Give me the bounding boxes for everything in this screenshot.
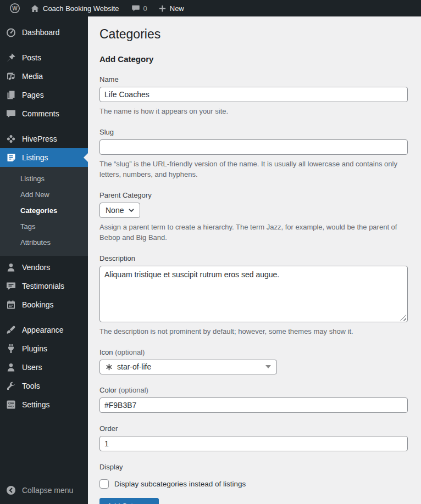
description-help-text: The description is not prominent by defa… (99, 326, 408, 337)
icon-selected-value: star-of-life (117, 362, 151, 371)
admin-menu: Dashboard Posts Media Pages Commen (0, 16, 88, 504)
sidebar-item-label: Settings (22, 400, 50, 409)
parent-category-selected-value: None (106, 206, 124, 215)
sidebar-item-users[interactable]: Users (0, 358, 88, 377)
sidebar-item-label: Media (22, 72, 43, 81)
submenu-item-categories[interactable]: Categories (0, 203, 88, 219)
name-label: Name (99, 75, 408, 83)
slug-help-text: The “slug” is the URL-friendly version o… (99, 159, 408, 180)
sidebar-item-appearance[interactable]: Appearance (0, 321, 88, 339)
description-label: Description (99, 254, 408, 262)
color-input[interactable] (99, 397, 408, 413)
visit-site-link[interactable]: Coach Booking Website (25, 0, 124, 16)
sidebar-item-plugins[interactable]: Plugins (0, 339, 88, 358)
color-optional-hint: (optional) (119, 386, 148, 394)
add-category-heading: Add Category (99, 54, 408, 64)
sidebar-item-bookings[interactable]: Bookings (0, 295, 88, 314)
sidebar-item-tools[interactable]: Tools (0, 377, 88, 395)
sidebar-item-label: Users (22, 363, 42, 372)
icon-label: Icon (optional) (99, 348, 408, 356)
testimonial-bubble-icon (5, 281, 16, 292)
sidebar-item-testimonials[interactable]: Testimonials (0, 277, 88, 295)
listings-submenu: Listings Add New Categories Tags Attribu… (0, 167, 88, 256)
icon-optional-hint: (optional) (115, 348, 145, 356)
comments-admin-bar-item[interactable]: 0 (126, 0, 152, 16)
new-label: New (170, 4, 184, 13)
plugin-icon (5, 343, 16, 354)
sidebar-item-label: Tools (22, 382, 40, 390)
slug-input[interactable] (99, 139, 408, 155)
sidebar-item-media[interactable]: Media (0, 67, 88, 86)
submenu-item-tags[interactable]: Tags (0, 219, 88, 234)
icon-select[interactable]: star-of-life (99, 360, 277, 374)
admin-bar: W Coach Booking Website 0 New (0, 0, 421, 16)
name-input[interactable] (99, 87, 408, 102)
sidebar-item-label: Posts (22, 53, 41, 62)
display-field-group: Display Display subcategories instead of… (99, 463, 408, 489)
media-icon (5, 71, 16, 82)
parent-category-field-group: Parent Category None Assign a parent ter… (99, 191, 408, 243)
sidebar-item-label: Vendors (22, 263, 50, 272)
home-icon (30, 4, 40, 13)
display-subcategories-checkbox-label: Display subcategories instead of listing… (114, 480, 246, 488)
new-content-menu[interactable]: New (153, 0, 189, 16)
parent-category-label: Parent Category (99, 191, 408, 199)
pages-icon (5, 89, 16, 100)
sidebar-item-hivepress[interactable]: HivePress (0, 130, 88, 148)
slug-field-group: Slug The “slug” is the URL-friendly vers… (99, 128, 408, 180)
hivepress-flower-icon (5, 133, 16, 144)
site-name: Coach Booking Website (43, 4, 119, 13)
display-subcategories-checkbox[interactable] (99, 479, 109, 489)
sidebar-item-label: Appearance (22, 326, 64, 334)
menu-separator (0, 42, 88, 48)
sidebar-item-dashboard[interactable]: Dashboard (0, 23, 88, 42)
color-label: Color (optional) (99, 386, 408, 394)
display-label: Display (99, 463, 408, 471)
submenu-item-listings[interactable]: Listings (0, 171, 88, 187)
sidebar-item-label: Bookings (22, 300, 54, 309)
order-input[interactable] (99, 436, 408, 451)
vendor-person-icon (5, 262, 16, 273)
main-content: Categories Add Category Name The name is… (88, 16, 421, 504)
wrench-icon (5, 380, 16, 391)
sidebar-item-vendors[interactable]: Vendors (0, 258, 88, 277)
active-item-arrow (84, 153, 88, 162)
wordpress-logo-icon: W (9, 3, 20, 14)
wordpress-logo-menu[interactable]: W (4, 0, 25, 16)
sidebar-item-label: HivePress (22, 135, 57, 143)
slug-label: Slug (99, 128, 408, 136)
sidebar-item-label: Pages (22, 91, 44, 99)
collapse-menu-button[interactable]: Collapse menu (0, 481, 88, 500)
sidebar-item-label: Dashboard (22, 28, 60, 37)
submenu-item-attributes[interactable]: Attributes (0, 234, 88, 250)
calendar-icon (5, 299, 16, 310)
parent-category-select[interactable]: None (99, 203, 140, 218)
pushpin-icon (5, 52, 16, 63)
sidebar-item-listings[interactable]: Listings (0, 148, 88, 167)
color-field-group: Color (optional) (99, 386, 408, 413)
submenu-item-add-new[interactable]: Add New (0, 187, 88, 203)
plus-icon (158, 4, 167, 13)
dashboard-gauge-icon (5, 27, 16, 38)
star-of-life-icon (106, 363, 113, 371)
name-field-group: Name The name is how it appears on your … (99, 75, 408, 116)
menu-separator (0, 314, 88, 321)
user-icon (5, 362, 16, 373)
display-subcategories-option: Display subcategories instead of listing… (99, 479, 408, 489)
description-textarea[interactable]: Aliquam tristique et suscipit rutrum ero… (99, 266, 408, 322)
sidebar-item-posts[interactable]: Posts (0, 48, 88, 67)
order-label: Order (99, 424, 408, 433)
sidebar-item-settings[interactable]: Settings (0, 395, 88, 414)
menu-separator (0, 123, 88, 130)
description-field-group: Description Aliquam tristique et suscipi… (99, 254, 408, 337)
order-field-group: Order (99, 424, 408, 451)
sidebar-item-label: Comments (22, 109, 59, 118)
sidebar-item-comments[interactable]: Comments (0, 104, 88, 123)
comments-icon (5, 108, 16, 119)
add-category-button[interactable]: Add Category (99, 498, 159, 504)
name-help-text: The name is how it appears on your site. (99, 106, 408, 116)
sidebar-item-pages[interactable]: Pages (0, 86, 88, 104)
svg-text:W: W (12, 5, 18, 12)
sidebar-item-label: Listings (22, 153, 48, 162)
chevron-down-icon (128, 207, 135, 214)
